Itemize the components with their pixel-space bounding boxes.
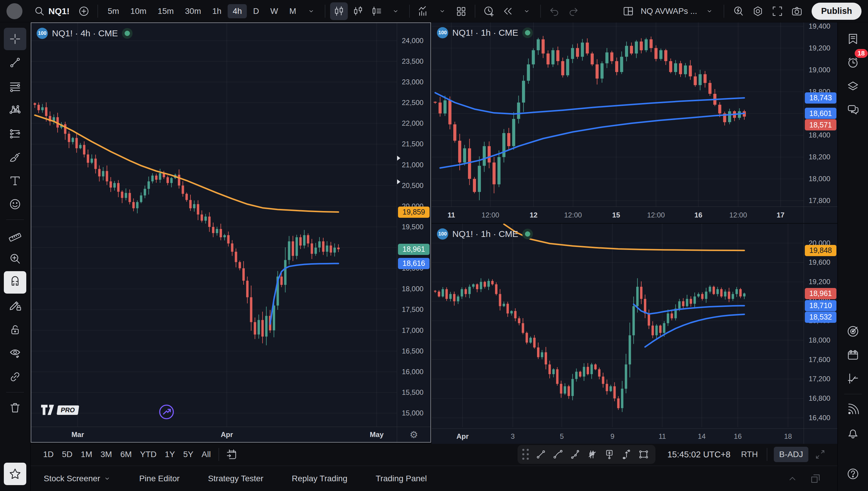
brush-tool-button[interactable]: [4, 146, 26, 168]
chart-pane-4h[interactable]: 100 NQ1! · 4h · CME PRO 24,00023,50023,0…: [31, 22, 431, 442]
tab-trading-panel[interactable]: Trading Panel: [376, 474, 427, 483]
interval-w[interactable]: W: [265, 4, 283, 18]
layout-name[interactable]: NQ AVWAPs ...: [641, 6, 697, 16]
interval-30m[interactable]: 30m: [180, 4, 206, 18]
indicators-menu-button[interactable]: [433, 2, 451, 20]
undo-button[interactable]: [545, 2, 563, 20]
forecast-tool-button[interactable]: [4, 122, 26, 145]
lock-drawings-button[interactable]: [4, 318, 26, 341]
interval-5m[interactable]: 5m: [103, 4, 124, 18]
screener-radar-button[interactable]: [842, 320, 864, 343]
range-5y[interactable]: 5Y: [179, 447, 197, 461]
draw-path-button[interactable]: [567, 446, 583, 463]
range-all[interactable]: All: [197, 447, 215, 461]
sync-drawings-button[interactable]: [4, 366, 26, 388]
plot-area-4h[interactable]: 100 NQ1! · 4h · CME PRO: [31, 23, 397, 427]
interval-menu-button[interactable]: [302, 2, 320, 20]
notifications-button[interactable]: [842, 422, 864, 444]
news-button[interactable]: [842, 398, 864, 421]
help-button[interactable]: [842, 463, 864, 485]
pane-legend[interactable]: 100 NQ1! · 1h · CME: [437, 228, 533, 239]
draw-curve-button[interactable]: [550, 446, 566, 463]
range-ytd[interactable]: YTD: [136, 447, 161, 461]
chart-style-candles-button[interactable]: [330, 2, 348, 20]
price-scale-1h-bottom[interactable]: 20,00019,60019,20018,80018,40018,00017,6…: [804, 224, 837, 428]
tradingview-pro-logo[interactable]: PRO: [40, 404, 79, 416]
tab-stock-screener[interactable]: Stock Screener: [44, 474, 111, 483]
favorite-tools-button[interactable]: [4, 463, 26, 485]
magnet-mode-button[interactable]: [4, 271, 26, 294]
plot-area-1h-bottom[interactable]: 100 NQ1! · 1h · CME: [431, 224, 804, 428]
time-scale-4h[interactable]: MarAprMay: [31, 427, 397, 442]
pane-legend[interactable]: 100 NQ1! · 1h · CME: [437, 27, 533, 38]
range-1d[interactable]: 1D: [39, 447, 58, 461]
text-tool-button[interactable]: [4, 169, 26, 192]
replay-menu-button[interactable]: [518, 2, 536, 20]
goto-date-button[interactable]: [223, 445, 240, 463]
chart-canvas[interactable]: [431, 224, 804, 427]
range-3m[interactable]: 3M: [96, 447, 116, 461]
chart-settings-button[interactable]: [749, 2, 767, 20]
range-6m[interactable]: 6M: [116, 447, 136, 461]
session-badge[interactable]: RTH: [741, 450, 758, 459]
trend-line-tool-button[interactable]: [4, 51, 26, 74]
line-tools-style-button[interactable]: [368, 2, 386, 20]
interval-m[interactable]: M: [284, 4, 301, 18]
style-menu-button[interactable]: [387, 2, 404, 20]
interval-10m[interactable]: 10m: [125, 4, 151, 18]
measure-tool-button[interactable]: [4, 224, 26, 247]
price-scale-1h-top[interactable]: 19,40019,20019,00018,80018,60018,40018,2…: [804, 22, 837, 206]
market-open-status-icon[interactable]: [122, 28, 133, 39]
remove-drawings-button[interactable]: [4, 397, 26, 419]
create-alert-button[interactable]: [480, 2, 498, 20]
drag-handle[interactable]: [522, 449, 529, 460]
floating-drawing-toolbar[interactable]: [517, 445, 655, 464]
restore-panel-button[interactable]: [807, 470, 824, 488]
symbol-search-button[interactable]: NQ1!: [30, 2, 74, 20]
chat-button[interactable]: [842, 98, 864, 121]
chart-canvas[interactable]: [31, 23, 397, 427]
draw-rectangle-button[interactable]: [635, 446, 652, 463]
quick-search-button[interactable]: [730, 2, 747, 20]
draw-trend-line-button[interactable]: [533, 446, 549, 463]
zoom-in-tool-button[interactable]: [4, 248, 26, 270]
price-note-button[interactable]: [601, 446, 618, 463]
draw-bars-pattern-button[interactable]: [584, 446, 600, 463]
fullscreen-button[interactable]: [768, 2, 786, 20]
market-open-status-icon[interactable]: [522, 27, 533, 38]
screenshot-button[interactable]: [788, 2, 806, 20]
user-avatar[interactable]: [6, 3, 23, 19]
scroll-to-recent-button[interactable]: [158, 404, 175, 420]
interval-15m[interactable]: 15m: [152, 4, 178, 18]
tab-pine-editor[interactable]: Pine Editor: [139, 474, 179, 483]
stay-drawing-mode-button[interactable]: [4, 295, 26, 317]
indicators-button[interactable]: [415, 2, 432, 20]
tab-replay-trading[interactable]: Replay Trading: [292, 474, 347, 483]
layout-select-button[interactable]: [619, 2, 637, 20]
tab-strategy-tester[interactable]: Strategy Tester: [208, 474, 263, 483]
layout-menu-button[interactable]: [701, 2, 718, 20]
object-tree-button[interactable]: [842, 75, 864, 97]
templates-button[interactable]: [452, 2, 470, 20]
axis-marker-icon[interactable]: [397, 155, 400, 161]
price-scale-4h[interactable]: 24,00023,50023,00022,50022,00021,50021,0…: [397, 23, 430, 427]
plot-area-1h-top[interactable]: 100 NQ1! · 1h · CME: [431, 22, 804, 206]
time-scale-1h-top[interactable]: 1112:001212:001512:001612:0017: [431, 206, 804, 223]
range-5d[interactable]: 5D: [58, 447, 77, 461]
chart-pane-1h-bottom[interactable]: 100 NQ1! · 1h · CME 20,00019,60019,20018…: [431, 224, 837, 444]
interval-4h[interactable]: 4h: [228, 4, 247, 18]
redo-button[interactable]: [564, 2, 582, 20]
crosshair-tool-button[interactable]: [4, 28, 26, 50]
time-scale-1h-bottom[interactable]: Apr35911141618: [431, 428, 804, 444]
bar-replay-button[interactable]: [499, 2, 517, 20]
compare-add-button[interactable]: [75, 2, 93, 20]
expand-panel-button[interactable]: [784, 470, 801, 488]
maximize-pane-button[interactable]: [811, 445, 829, 463]
watchlist-button[interactable]: [842, 28, 864, 50]
data-window-button[interactable]: [842, 367, 864, 390]
fib-retracement-tool-button[interactable]: [4, 75, 26, 97]
adjustment-badge[interactable]: B-ADJ: [774, 447, 808, 462]
range-1y[interactable]: 1Y: [161, 447, 179, 461]
scale-settings-corner[interactable]: ⚙: [397, 427, 430, 442]
pattern-tool-button[interactable]: [4, 98, 26, 121]
